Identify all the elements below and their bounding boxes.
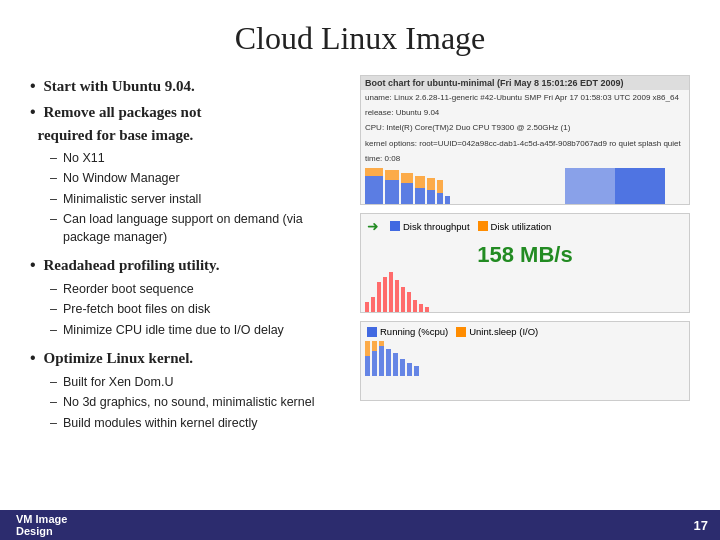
slide: Cloud Linux Image • Start with Ubuntu 9.… [0, 0, 720, 540]
svg-rect-27 [372, 351, 377, 376]
arrow-icon: ➜ [367, 218, 379, 234]
svg-rect-3 [415, 188, 425, 205]
svg-rect-28 [379, 346, 384, 376]
svg-rect-8 [385, 170, 399, 180]
vm-image-label: VM Image Design [12, 511, 71, 539]
content-area: • Start with Ubuntu 9.04. • Remove all p… [30, 75, 690, 440]
svg-rect-6 [445, 196, 450, 205]
list-item: Reorder boot sequence [50, 281, 340, 299]
svg-rect-26 [365, 356, 370, 376]
svg-rect-10 [415, 176, 425, 188]
run-sleep-label: Unint.sleep (I/O) [469, 326, 538, 337]
list-item: Pre-fetch boot files on disk [50, 301, 340, 319]
run-legend: Running (%cpu) Unint.sleep (I/O) [361, 322, 689, 341]
svg-rect-25 [425, 307, 429, 312]
svg-rect-4 [427, 190, 435, 205]
list-item: Minimize CPU idle time due to I/O delay [50, 322, 340, 340]
bullet-3-text: Readahead profiling utility. [40, 257, 220, 273]
list-item: No X11 [50, 150, 340, 168]
right-column: Boot chart for ubuntu-minimal (Fri May 8… [360, 75, 690, 440]
list-item: No Window Manager [50, 170, 340, 188]
bullet-1-text: Start with Ubuntu 9.04. [40, 78, 195, 94]
run-cpu-box [367, 327, 377, 337]
svg-rect-9 [401, 173, 413, 183]
list-item: Can load language support on demand (via… [50, 211, 340, 246]
list-item: No 3d graphics, no sound, minimalistic k… [50, 394, 340, 412]
svg-rect-16 [371, 297, 375, 312]
svg-rect-5 [437, 193, 443, 205]
disk-throughput-box [390, 221, 400, 231]
bullet-3: • Readahead profiling utility. [30, 254, 340, 276]
svg-rect-1 [385, 180, 399, 205]
boot-chart-info1: uname: Linux 2.6.28-11-generic #42-Ubunt… [361, 90, 689, 105]
bullet-3-subs: Reorder boot sequence Pre-fetch boot fil… [50, 281, 340, 340]
svg-rect-7 [365, 168, 383, 176]
bullet-2-text: Remove all packages not required for bas… [30, 104, 201, 142]
svg-rect-17 [377, 282, 381, 312]
disk-legend: ➜ Disk throughput Disk utilization [361, 214, 689, 238]
bullet-4: • Optimize Linux kernel. [30, 347, 340, 369]
boot-chart-info2: release: Ubuntu 9.04 [361, 105, 689, 120]
disk-bars [365, 272, 685, 312]
bullet-2: • Remove all packages not required for b… [30, 101, 340, 145]
svg-rect-11 [427, 178, 435, 190]
boot-chart: Boot chart for ubuntu-minimal (Fri May 8… [360, 75, 690, 205]
disk-util-box [478, 221, 488, 231]
boot-chart-svg [365, 168, 685, 205]
bullet-4-subs: Built for Xen Dom.U No 3d graphics, no s… [50, 374, 340, 433]
bullet-1: • Start with Ubuntu 9.04. [30, 75, 340, 97]
svg-rect-2 [401, 183, 413, 205]
disk-util-legend: Disk utilization [478, 221, 552, 232]
bullet-2-subs: No X11 No Window Manager Minimalistic se… [50, 150, 340, 247]
bullet-4-text: Optimize Linux kernel. [40, 350, 193, 366]
svg-rect-22 [407, 292, 411, 312]
disk-bars-svg [365, 272, 685, 312]
svg-rect-14 [615, 168, 665, 205]
left-column: • Start with Ubuntu 9.04. • Remove all p… [30, 75, 340, 440]
run-bars-svg [365, 341, 685, 376]
svg-rect-32 [407, 363, 412, 376]
svg-rect-35 [372, 341, 377, 351]
svg-rect-30 [393, 353, 398, 376]
boot-chart-title: Boot chart for ubuntu-minimal (Fri May 8… [361, 76, 689, 90]
svg-rect-23 [413, 300, 417, 312]
svg-rect-0 [365, 176, 383, 205]
disk-throughput-legend: Disk throughput [390, 221, 470, 232]
disk-speed: 158 MB/s [361, 238, 689, 272]
disk-throughput-label: Disk throughput [403, 221, 470, 232]
list-item: Build modules within kernel directly [50, 415, 340, 433]
disk-util-label: Disk utilization [491, 221, 552, 232]
svg-rect-15 [365, 302, 369, 312]
svg-rect-36 [379, 341, 384, 346]
svg-rect-29 [386, 349, 391, 376]
boot-chart-info3: CPU: Intel(R) Core(TM)2 Duo CPU T9300 @ … [361, 120, 689, 135]
run-bars [365, 341, 685, 376]
svg-rect-21 [401, 287, 405, 312]
list-item: Minimalistic server install [50, 191, 340, 209]
run-sleep-box [456, 327, 466, 337]
svg-rect-34 [365, 341, 370, 356]
run-cpu-legend: Running (%cpu) [367, 326, 448, 337]
svg-rect-12 [437, 180, 443, 193]
run-cpu-label: Running (%cpu) [380, 326, 448, 337]
list-item: Built for Xen Dom.U [50, 374, 340, 392]
svg-rect-18 [383, 277, 387, 312]
page-number: 17 [694, 518, 708, 533]
slide-title: Cloud Linux Image [30, 20, 690, 57]
boot-chart-info4: kernel options: root=UUID=042a98cc-dab1-… [361, 136, 689, 151]
svg-rect-33 [414, 366, 419, 376]
disk-chart: ➜ Disk throughput Disk utilization 158 M… [360, 213, 690, 313]
svg-rect-24 [419, 304, 423, 312]
run-sleep-legend: Unint.sleep (I/O) [456, 326, 538, 337]
bottom-bar: VM Image Design 17 [0, 510, 720, 540]
run-chart: Running (%cpu) Unint.sleep (I/O) [360, 321, 690, 401]
svg-rect-19 [389, 272, 393, 312]
svg-rect-31 [400, 359, 405, 376]
svg-rect-20 [395, 280, 399, 312]
boot-chart-info5: time: 0:08 [361, 151, 689, 166]
